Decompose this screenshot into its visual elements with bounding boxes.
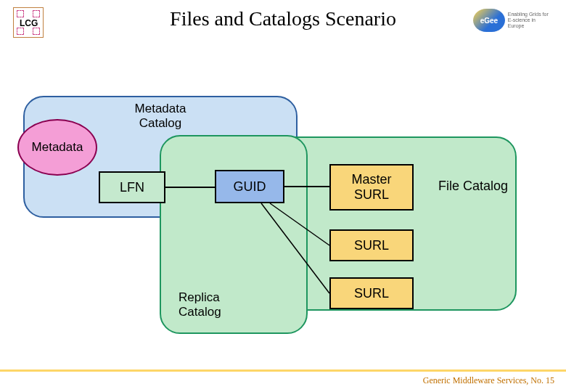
surl-box-2: SURL bbox=[329, 229, 414, 261]
footer-text: Generic Middleware Services, No. 15 bbox=[423, 375, 554, 386]
master-surl-box: Master SURL bbox=[329, 164, 414, 211]
file-catalog-label: File Catalog bbox=[438, 179, 508, 194]
egee-logo: eGee Enabling Grids for E-science in Eur… bbox=[473, 4, 553, 36]
footer-rule bbox=[0, 369, 566, 372]
guid-box: GUID bbox=[215, 170, 284, 203]
diagram-canvas: Metadata Catalog Replica Catalog File Ca… bbox=[0, 44, 566, 356]
egee-mark-icon: eGee bbox=[473, 9, 505, 32]
header: LCG Files and Catalogs Scenario eGee Ena… bbox=[0, 0, 566, 44]
replica-catalog-label: Replica Catalog bbox=[179, 290, 221, 319]
surl-box-3: SURL bbox=[329, 277, 414, 309]
lfn-box: LFN bbox=[99, 171, 165, 203]
egee-tagline: Enabling Grids for E-science in Europe bbox=[508, 12, 553, 28]
replica-catalog-container: Replica Catalog bbox=[160, 135, 308, 334]
metadata-ellipse: Metadata bbox=[17, 119, 97, 176]
